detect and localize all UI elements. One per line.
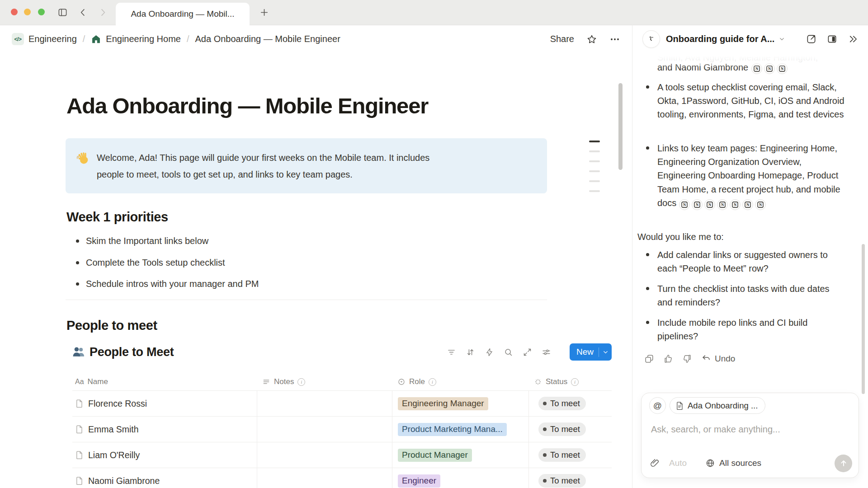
status-cell[interactable]: To meet: [528, 417, 612, 442]
bullet-text: Skim the Important links below: [86, 234, 208, 248]
column-header-notes[interactable]: Notes: [257, 373, 392, 390]
all-sources-button[interactable]: All sources: [705, 458, 761, 468]
send-button[interactable]: [835, 455, 852, 472]
people-heading[interactable]: People to meet: [66, 318, 157, 333]
role-tag: Engineering Manager: [398, 397, 488, 410]
sort-icon[interactable]: [466, 347, 475, 357]
column-header-status[interactable]: Status: [528, 373, 612, 390]
name-cell[interactable]: Liam O'Reilly: [72, 442, 257, 468]
panel-layout-icon[interactable]: [827, 34, 837, 44]
name-cell[interactable]: Florence Rossi: [72, 391, 257, 416]
new-row-button[interactable]: New: [570, 343, 612, 361]
minimize-window-button[interactable]: [24, 9, 31, 15]
bullet-text: Complete the Tools setup checklist: [86, 256, 225, 269]
search-icon[interactable]: [504, 347, 513, 357]
new-tab-icon[interactable]: [259, 7, 269, 18]
share-button[interactable]: Share: [550, 34, 574, 44]
week1-heading[interactable]: Week 1 priorities: [66, 210, 168, 225]
undo-label: Undo: [715, 354, 735, 364]
zoom-window-button[interactable]: [38, 9, 45, 15]
status-cell[interactable]: To meet: [528, 468, 612, 488]
tab-title: Ada Onboarding — Mobil...: [131, 9, 234, 19]
toc-dash[interactable]: [589, 150, 600, 152]
ai-thread-title[interactable]: Onboarding guide for A...: [666, 34, 774, 44]
breadcrumb-current-page[interactable]: Ada Onboarding — Mobile Engineer: [195, 34, 340, 44]
database-title[interactable]: People to Meet: [90, 345, 174, 359]
notes-cell[interactable]: [257, 391, 392, 416]
role-cell[interactable]: Product Marketing Mana...: [392, 417, 528, 442]
name-cell[interactable]: Emma Smith: [72, 417, 257, 442]
back-icon[interactable]: [78, 7, 88, 18]
info-icon[interactable]: [429, 378, 436, 386]
ai-bullet: Links to key team pages: Engineering Hom…: [645, 141, 844, 210]
info-icon[interactable]: [571, 378, 579, 386]
view-settings-icon[interactable]: [542, 347, 551, 357]
ai-panel-header: Onboarding guide for A...: [632, 25, 868, 53]
waving-hand-emoji: [76, 151, 90, 165]
toc-dash-active[interactable]: [589, 141, 600, 142]
mention-button[interactable]: [649, 397, 666, 414]
role-cell[interactable]: Product Manager: [392, 442, 528, 468]
week1-bullet[interactable]: Skim the Important links below: [66, 234, 208, 248]
table-row[interactable]: Florence Rossi Engineering Manager To me…: [72, 391, 612, 417]
collapse-panel-chevrons-icon[interactable]: [848, 34, 858, 44]
expand-icon[interactable]: [523, 347, 532, 357]
table-row[interactable]: Naomi Giambrone Engineer To meet: [72, 468, 612, 488]
breadcrumb-separator: /: [185, 34, 191, 44]
page-title[interactable]: Ada Onboarding — Mobile Engineer: [66, 93, 428, 118]
sidebar-toggle-icon[interactable]: [57, 7, 68, 18]
thumbs-up-icon[interactable]: [663, 354, 673, 364]
chevron-down-icon[interactable]: [602, 349, 609, 356]
ai-bullet-text: A tools setup checklist covering email, …: [657, 82, 844, 119]
notes-cell[interactable]: [257, 417, 392, 442]
column-label: Name: [88, 377, 108, 386]
toc-dash[interactable]: [589, 180, 600, 182]
main-scrollbar[interactable]: [618, 83, 623, 170]
ai-input-placeholder[interactable]: Ask, search, or make anything...: [651, 424, 780, 435]
role-cell[interactable]: Engineering Manager: [392, 391, 528, 416]
breadcrumb-engineering-home[interactable]: Engineering Home: [106, 34, 181, 44]
context-page-chip[interactable]: Ada Onboarding ...: [670, 397, 765, 414]
chevron-down-icon[interactable]: [778, 36, 785, 42]
window-tab[interactable]: Ada Onboarding — Mobil...: [116, 3, 250, 25]
role-cell[interactable]: Engineer: [392, 468, 528, 488]
week1-bullet[interactable]: Complete the Tools setup checklist: [66, 256, 225, 269]
table-row[interactable]: Liam O'Reilly Product Manager To meet: [72, 442, 612, 468]
toc-dash[interactable]: [589, 170, 600, 172]
toc-dash[interactable]: [589, 190, 600, 192]
column-header-name[interactable]: Name: [72, 373, 257, 390]
status-cell[interactable]: To meet: [528, 442, 612, 468]
attachment-paperclip-icon[interactable]: [650, 458, 660, 468]
notes-cell[interactable]: [257, 442, 392, 468]
toc-dash[interactable]: [589, 160, 600, 162]
more-options-icon[interactable]: [609, 34, 620, 45]
notion-page-icon: N: [742, 199, 753, 210]
page-reference-icons[interactable]: NNNNNNN: [679, 198, 768, 208]
column-header-role[interactable]: Role: [392, 373, 528, 390]
table-of-contents-indicator[interactable]: [589, 141, 600, 192]
undo-button[interactable]: Undo: [701, 354, 735, 364]
auto-mode-label[interactable]: Auto: [669, 458, 687, 468]
forward-icon[interactable]: [98, 7, 108, 18]
info-icon[interactable]: [297, 378, 305, 386]
favorite-star-icon[interactable]: [586, 34, 597, 45]
name-cell[interactable]: Naomi Giambrone: [72, 468, 257, 488]
ai-panel-scrollbar[interactable]: [862, 244, 865, 394]
page-reference-icons[interactable]: NNN: [751, 60, 789, 74]
ai-panel-actions: [806, 34, 858, 44]
breadcrumb-teamspace[interactable]: Engineering: [28, 34, 77, 44]
automation-lightning-icon[interactable]: [485, 347, 494, 357]
status-tag: To meet: [538, 448, 586, 462]
ai-composer[interactable]: Ada Onboarding ... Ask, search, or make …: [641, 393, 859, 478]
week1-bullet[interactable]: Schedule intros with your manager and PM: [66, 277, 259, 291]
new-button-label: New: [570, 347, 594, 357]
status-cell[interactable]: To meet: [528, 391, 612, 416]
copy-icon[interactable]: [644, 354, 654, 364]
filter-icon[interactable]: [447, 347, 456, 357]
close-window-button[interactable]: [11, 9, 18, 15]
table-row[interactable]: Emma Smith Product Marketing Mana... To …: [72, 417, 612, 442]
notes-cell[interactable]: [257, 468, 392, 488]
new-chat-compose-icon[interactable]: [806, 34, 816, 44]
thumbs-down-icon[interactable]: [682, 354, 692, 364]
welcome-callout[interactable]: Welcome, Ada! This page will guide your …: [66, 138, 547, 193]
